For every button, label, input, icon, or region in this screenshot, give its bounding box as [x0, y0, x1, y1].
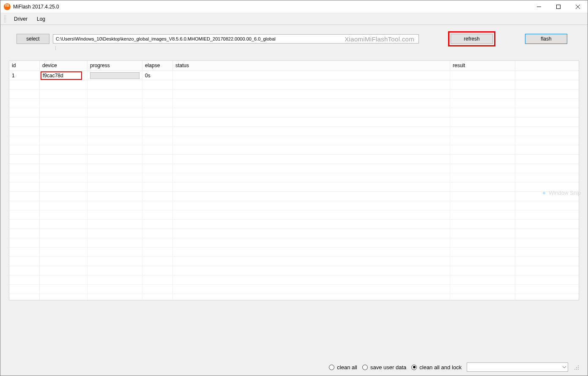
svg-point-6 — [578, 367, 579, 368]
table-row — [9, 201, 579, 210]
minimize-button[interactable] — [529, 0, 549, 13]
table-row — [9, 192, 579, 201]
app-icon — [4, 3, 11, 10]
resize-grip[interactable] — [573, 364, 579, 370]
table-row — [9, 145, 579, 155]
table-row — [9, 248, 579, 257]
watermark-text: XiaomiMiFlashTool.com — [345, 35, 414, 43]
table-header: id device progress elapse status result — [9, 61, 579, 71]
radio-label: clean all — [337, 364, 357, 371]
col-header-elapse[interactable]: elapse — [142, 61, 173, 71]
table-row — [9, 99, 579, 108]
col-header-device[interactable]: device — [40, 61, 88, 71]
cell-id: 1 — [9, 71, 40, 80]
maximize-button[interactable] — [549, 0, 568, 13]
content-area: select C:\Users\Windows_10\Desktop\kenzo… — [0, 25, 588, 376]
cell-elapse: 0s — [142, 71, 173, 80]
menubar-grip — [4, 15, 6, 23]
flash-button[interactable]: flash — [525, 34, 567, 44]
titlebar: MiFlash 2017.4.25.0 — [0, 0, 588, 13]
svg-point-4 — [578, 365, 579, 366]
window-title: MiFlash 2017.4.25.0 — [13, 4, 59, 10]
table-row — [9, 294, 579, 300]
table-row — [9, 275, 579, 285]
table-row — [9, 90, 579, 99]
col-header-result[interactable]: result — [450, 61, 515, 71]
script-combo[interactable] — [467, 362, 568, 372]
col-header-status[interactable]: status — [173, 61, 450, 71]
toolbar-separator — [55, 46, 56, 50]
radio-label: save user data — [370, 364, 406, 371]
cell-result — [450, 71, 515, 80]
table-row — [9, 127, 579, 136]
app-window: MiFlash 2017.4.25.0 Driver Log select C:… — [0, 0, 588, 376]
table-body: 1f9cac78d0s — [9, 71, 579, 300]
col-header-id[interactable]: id — [9, 61, 40, 71]
refresh-highlight: refresh — [448, 31, 495, 46]
cell-progress — [88, 71, 142, 80]
radio-icon — [329, 365, 334, 370]
table-row — [9, 108, 579, 117]
table-row — [9, 80, 579, 90]
table-row — [9, 285, 579, 294]
cell-device: f9cac78d — [40, 71, 88, 80]
col-header-extra[interactable] — [515, 61, 579, 71]
table-row — [9, 183, 579, 192]
table-row — [9, 117, 579, 127]
table-row — [9, 266, 579, 275]
svg-point-8 — [576, 369, 577, 370]
svg-point-7 — [574, 369, 575, 370]
table-row — [9, 210, 579, 220]
close-button[interactable] — [568, 0, 588, 13]
path-input[interactable]: C:\Users\Windows_10\Desktop\kenzo_global… — [53, 34, 419, 44]
table-row — [9, 136, 579, 145]
device-highlight: f9cac78d — [41, 71, 82, 80]
radio-icon — [411, 365, 417, 370]
radio-save-user-data[interactable]: save user data — [362, 364, 406, 371]
table-row — [9, 173, 579, 183]
radio-label: clean all and lock — [419, 364, 462, 371]
table-row — [9, 164, 579, 173]
svg-point-5 — [576, 367, 577, 368]
table-row — [9, 238, 579, 248]
table-row — [9, 220, 579, 229]
svg-point-9 — [578, 369, 579, 370]
radio-icon — [362, 365, 368, 370]
radio-clean-all[interactable]: clean all — [329, 364, 357, 371]
svg-rect-1 — [557, 5, 561, 8]
refresh-button[interactable]: refresh — [451, 34, 493, 44]
sub-toolbar — [9, 46, 579, 56]
menu-driver[interactable]: Driver — [10, 14, 32, 24]
toolbar: select C:\Users\Windows_10\Desktop\kenzo… — [9, 32, 579, 46]
bottombar: clean all save user data clean all and l… — [0, 361, 588, 373]
table-row — [9, 257, 579, 266]
menu-log[interactable]: Log — [33, 14, 49, 24]
device-table: id device progress elapse status result … — [9, 60, 579, 300]
radio-clean-all-and-lock[interactable]: clean all and lock — [411, 364, 462, 371]
select-button[interactable]: select — [16, 34, 49, 44]
table-row — [9, 155, 579, 164]
table-row[interactable]: 1f9cac78d0s — [9, 71, 579, 80]
menubar: Driver Log — [0, 13, 588, 25]
toolbar-area: select C:\Users\Windows_10\Desktop\kenzo… — [0, 25, 588, 56]
table-row — [9, 229, 579, 238]
cell-extra — [515, 71, 579, 80]
col-header-progress[interactable]: progress — [88, 61, 142, 71]
progress-bar — [90, 72, 139, 79]
cell-status — [173, 71, 450, 80]
path-value: C:\Users\Windows_10\Desktop\kenzo_global… — [56, 36, 276, 41]
chevron-down-icon — [563, 365, 566, 369]
